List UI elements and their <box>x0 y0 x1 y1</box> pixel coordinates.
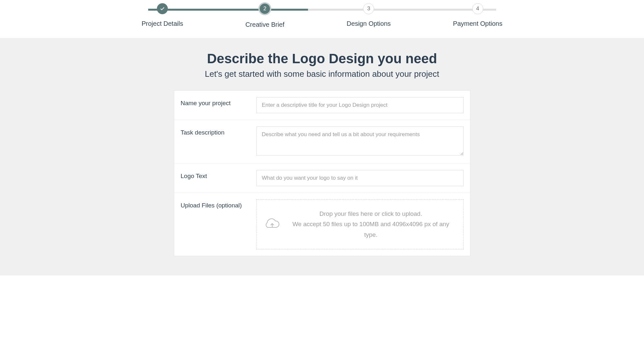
row-task-description: Task description <box>174 120 470 164</box>
task-description-input[interactable] <box>256 126 464 155</box>
progress-stepper: Project Details 2 Creative Brief 3 Desig… <box>129 3 515 28</box>
row-project-name: Name your project <box>174 91 470 120</box>
step-label: Project Details <box>142 20 183 27</box>
label-upload-files: Upload Files (optional) <box>181 199 256 209</box>
project-name-input[interactable] <box>256 97 464 113</box>
step-design-options[interactable]: 3 Design Options <box>347 3 391 27</box>
form-card: Name your project Task description Logo … <box>174 90 470 256</box>
cloud-upload-icon <box>264 218 280 231</box>
logo-text-input[interactable] <box>256 170 464 186</box>
label-project-name: Name your project <box>181 97 256 107</box>
step-payment-options[interactable]: 4 Payment Options <box>453 3 502 27</box>
row-logo-text: Logo Text <box>174 164 470 193</box>
dropzone-prompt: Drop your files here or click to upload. <box>286 209 456 219</box>
check-icon <box>160 6 165 11</box>
step-circle-pending: 4 <box>472 3 483 14</box>
page-subtitle: Let's get started with some basic inform… <box>0 69 644 79</box>
main-area: Describe the Logo Design you need Let's … <box>0 38 644 275</box>
step-creative-brief[interactable]: 2 Creative Brief <box>245 3 284 28</box>
step-project-details[interactable]: Project Details <box>142 3 183 27</box>
dropzone-note: We accept 50 files up to 100MB and 4096x… <box>286 219 456 240</box>
label-task-description: Task description <box>181 126 256 136</box>
step-circle-active: 2 <box>258 2 271 15</box>
step-label: Creative Brief <box>245 21 284 28</box>
page-title: Describe the Logo Design you need <box>0 51 644 66</box>
stepper-area: Project Details 2 Creative Brief 3 Desig… <box>0 0 644 38</box>
step-label: Design Options <box>347 20 391 27</box>
row-upload-files: Upload Files (optional) Drop your files … <box>174 193 470 256</box>
step-circle-pending: 3 <box>363 3 374 14</box>
label-logo-text: Logo Text <box>181 170 256 180</box>
step-label: Payment Options <box>453 20 502 27</box>
dropzone-text: Drop your files here or click to upload.… <box>286 209 456 240</box>
file-dropzone[interactable]: Drop your files here or click to upload.… <box>256 199 464 249</box>
step-circle-done <box>157 3 168 14</box>
